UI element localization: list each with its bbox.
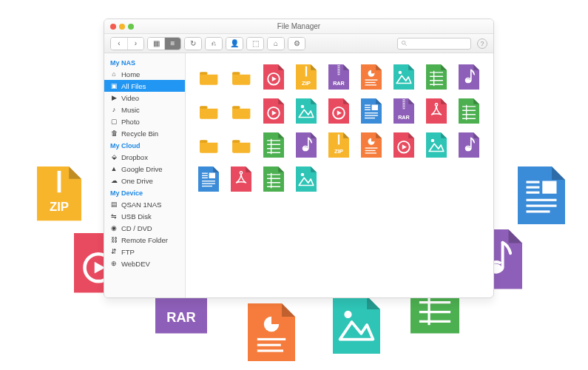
file-folder[interactable] (197, 132, 220, 158)
onedrive-icon: ☁ (110, 177, 118, 184)
svg-rect-46 (365, 82, 376, 83)
sidebar-item-label: FTP (121, 248, 135, 256)
float-zip-icon: ZIP (37, 166, 81, 222)
svg-rect-60 (365, 105, 371, 106)
file-play[interactable] (393, 132, 415, 158)
svg-rect-72 (403, 106, 405, 107)
file-image[interactable] (425, 132, 447, 158)
sidebar-item-recycle-bin[interactable]: 🗑Recycle Bin (104, 127, 185, 139)
svg-text:ZIP: ZIP (50, 200, 69, 214)
svg-rect-70 (403, 102, 405, 103)
file-zip[interactable]: ZIP (295, 64, 317, 90)
grid-view-button[interactable]: ▦ (148, 38, 164, 50)
svg-rect-39 (338, 68, 340, 69)
svg-rect-41 (338, 72, 340, 73)
svg-rect-65 (365, 115, 378, 115)
file-chart[interactable] (360, 64, 382, 90)
folder-icon: ▣ (110, 82, 118, 90)
float-chart-icon (248, 303, 295, 363)
settings-button[interactable]: ⚙ (288, 38, 305, 50)
file-image[interactable] (393, 64, 415, 90)
file-pdf[interactable] (230, 166, 252, 192)
float-doc-icon (518, 166, 565, 226)
file-sheet[interactable] (263, 166, 285, 192)
sidebar-item-dropbox[interactable]: ⬙Dropbox (104, 151, 185, 163)
tag-button[interactable]: ⌂ (268, 38, 284, 50)
svg-rect-55 (200, 106, 208, 108)
file-folder[interactable] (230, 132, 252, 158)
list-view-button[interactable]: ≡ (164, 38, 180, 50)
minimize-icon[interactable] (119, 24, 125, 30)
search-input[interactable] (397, 38, 471, 50)
file-play[interactable] (263, 64, 285, 90)
sidebar-item-video[interactable]: ▶Video (104, 92, 185, 104)
close-icon[interactable] (110, 24, 116, 30)
svg-rect-68 (403, 98, 405, 99)
svg-rect-61 (365, 107, 371, 108)
file-zip[interactable]: ZIP (328, 132, 350, 158)
video-icon: ▶ (110, 94, 118, 101)
sidebar-item-qsan-1nas[interactable]: ▤QSAN 1NAS (104, 198, 185, 210)
sidebar-item-music[interactable]: ♪Music (104, 104, 185, 115)
svg-rect-104 (202, 186, 212, 186)
sidebar-item-cd-dvd[interactable]: ◉CD / DVD (104, 222, 185, 234)
file-folder[interactable] (230, 98, 252, 124)
sidebar-item-ftp[interactable]: ⇵FTP (104, 246, 185, 258)
refresh-button[interactable]: ↻ (185, 38, 201, 50)
svg-rect-102 (202, 181, 215, 181)
svg-rect-23 (527, 186, 540, 189)
forward-button[interactable]: › (127, 38, 143, 50)
svg-rect-42 (338, 73, 340, 74)
screen-button[interactable]: ⬚ (247, 38, 263, 50)
help-button[interactable]: ? (477, 38, 487, 49)
file-sheet[interactable] (263, 132, 285, 158)
sidebar-item-remote-folder[interactable]: ⛓Remote Folder (104, 234, 185, 246)
back-button[interactable]: ‹ (111, 38, 127, 50)
user-button[interactable]: 👤 (226, 38, 243, 50)
sidebar-item-usb-disk[interactable]: ⇋USB Disk (104, 210, 185, 222)
file-image[interactable] (295, 98, 317, 124)
sidebar-item-one-drive[interactable]: ☁One Drive (104, 175, 185, 186)
file-play[interactable] (328, 98, 350, 124)
file-folder[interactable] (230, 64, 252, 90)
sidebar-item-label: WebDEV (121, 260, 150, 268)
sidebar-item-webdev[interactable]: ⊕WebDEV (104, 258, 185, 269)
svg-point-97 (465, 147, 470, 152)
sidebar-item-photo[interactable]: ▢Photo (104, 115, 185, 127)
file-pdf[interactable] (425, 98, 447, 124)
file-folder[interactable] (197, 98, 220, 124)
photo-icon: ▢ (110, 118, 118, 125)
file-image[interactable] (295, 166, 317, 192)
svg-rect-45 (365, 79, 378, 80)
svg-rect-12 (257, 338, 285, 340)
sidebar-item-all-files[interactable]: ▣All Files (104, 80, 185, 92)
file-doc[interactable] (360, 98, 382, 124)
sidebar-item-label: USB Disk (121, 212, 152, 221)
file-doc[interactable] (197, 166, 220, 192)
svg-text:ZIP: ZIP (302, 80, 311, 87)
file-grid: ZIPRARRARZIP (197, 64, 481, 192)
sidebar-item-home[interactable]: ⌂Home (104, 68, 185, 80)
window-title: File Manager (104, 22, 493, 30)
sidebar-item-google-drive[interactable]: ▲Google Drive (104, 163, 185, 175)
svg-point-96 (431, 139, 434, 142)
file-chart[interactable] (360, 132, 382, 158)
file-play[interactable] (263, 98, 285, 124)
svg-rect-89 (338, 135, 339, 145)
svg-point-111 (301, 173, 304, 176)
file-folder[interactable] (197, 64, 220, 90)
sidebar-item-label: Video (121, 94, 139, 102)
share-button[interactable]: ⎌ (206, 38, 222, 50)
svg-rect-14 (257, 349, 283, 352)
file-sheet[interactable] (458, 98, 480, 124)
maximize-icon[interactable] (128, 24, 134, 30)
file-music[interactable] (295, 132, 317, 158)
file-music[interactable] (458, 132, 480, 158)
file-rar[interactable]: RAR (328, 64, 350, 90)
file-sheet[interactable] (425, 64, 447, 90)
file-rar[interactable]: RAR (393, 98, 415, 124)
svg-rect-34 (305, 67, 307, 77)
float-image-icon (333, 296, 380, 355)
file-music[interactable] (458, 64, 480, 90)
svg-rect-101 (209, 173, 215, 178)
